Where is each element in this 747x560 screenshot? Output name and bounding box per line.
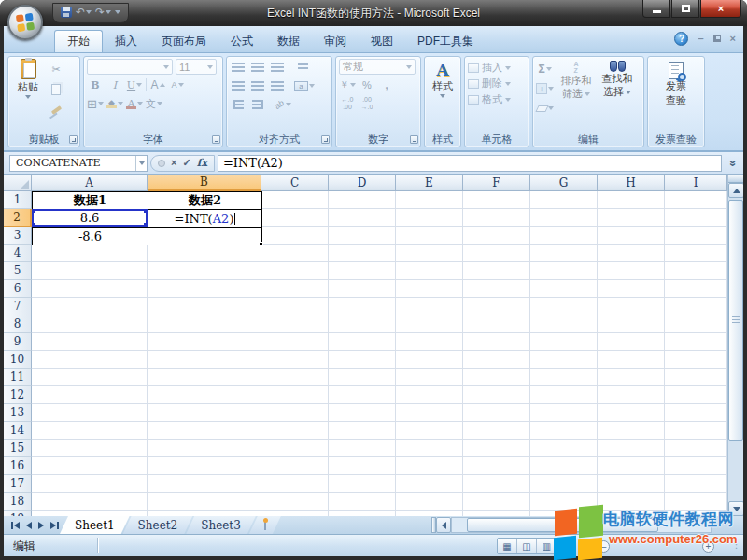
row-header-13[interactable]: 13	[4, 404, 32, 422]
grid-cell-H4[interactable]	[598, 245, 665, 262]
clear-button[interactable]	[536, 100, 554, 117]
wrap-text-button[interactable]	[294, 59, 311, 76]
grid-cell-C7[interactable]	[261, 298, 329, 315]
grid-cell-A16[interactable]	[32, 457, 148, 475]
column-header-H[interactable]: H	[598, 175, 665, 191]
grid-cell-F2[interactable]	[463, 209, 530, 227]
grid-cell-B16[interactable]	[148, 457, 261, 475]
grid-cell-C1[interactable]	[261, 191, 329, 209]
grid-cell-C6[interactable]	[261, 280, 329, 298]
grid-cell-H15[interactable]	[598, 440, 665, 457]
next-sheet-button[interactable]	[38, 522, 44, 529]
grid-cell-D6[interactable]	[329, 280, 396, 298]
grid-cell-B13[interactable]	[148, 404, 261, 422]
invoice-check-button[interactable]: 发票 查验	[651, 59, 701, 107]
row-header-16[interactable]: 16	[4, 457, 32, 475]
grid-cell-E17[interactable]	[396, 475, 463, 493]
font-size-combo[interactable]: 11	[176, 59, 217, 75]
resize-grip-icon[interactable]: ⋮	[731, 539, 741, 551]
insert-function-button[interactable]: fx	[197, 158, 207, 168]
grid-cell-E18[interactable]	[396, 493, 463, 511]
align-middle-button[interactable]	[249, 59, 266, 76]
row-header-5[interactable]: 5	[4, 262, 32, 280]
grid-cell-G13[interactable]	[530, 404, 598, 422]
undo-button[interactable]: ↶	[76, 7, 92, 18]
grid-cell-B9[interactable]	[148, 333, 261, 351]
grid-cell-D5[interactable]	[329, 262, 396, 280]
increase-indent-button[interactable]	[249, 96, 266, 113]
row-header-2[interactable]: 2	[4, 209, 32, 227]
tab-review[interactable]: 审阅	[312, 30, 359, 52]
sheet-tab-sheet3[interactable]: Sheet3	[186, 516, 256, 534]
grid-cell-E1[interactable]	[396, 191, 463, 209]
grid-cell-C11[interactable]	[261, 369, 329, 386]
grid-cell-B12[interactable]	[148, 386, 261, 404]
tab-data[interactable]: 数据	[265, 30, 312, 52]
grow-font-button[interactable]: A	[149, 77, 166, 93]
grid-cell-G9[interactable]	[530, 333, 598, 351]
grid-cell-H14[interactable]	[598, 422, 665, 440]
grid-cell-D8[interactable]	[329, 315, 396, 333]
grid-cell-D17[interactable]	[329, 475, 396, 493]
grid-cell-A13[interactable]	[32, 404, 148, 422]
grid-cell-C12[interactable]	[261, 386, 329, 404]
cell-styles-button[interactable]: A 样式	[428, 59, 458, 98]
align-bottom-button[interactable]	[269, 59, 286, 76]
grid-cell-G11[interactable]	[530, 369, 598, 386]
grid-cell-H2[interactable]	[598, 209, 665, 227]
alignment-dialog-launcher[interactable]	[321, 135, 330, 144]
sort-filter-button[interactable]: AZ 排序和 筛选	[557, 59, 595, 131]
copy-button[interactable]	[48, 81, 64, 98]
column-header-E[interactable]: E	[396, 175, 463, 191]
grid-cell-B17[interactable]	[148, 475, 261, 493]
grid-cell-F13[interactable]	[463, 404, 530, 422]
align-left-button[interactable]	[230, 77, 247, 94]
align-right-button[interactable]	[269, 77, 286, 94]
grid-cell-F10[interactable]	[463, 351, 530, 369]
grid-cell-G18[interactable]	[530, 493, 598, 511]
grid-cell-D2[interactable]	[329, 209, 396, 227]
grid-cell-H10[interactable]	[598, 351, 665, 369]
grid-cell-G5[interactable]	[530, 262, 598, 280]
grid-cell-I9[interactable]	[665, 333, 727, 351]
scroll-down-button[interactable]	[728, 501, 743, 516]
grid-cell-B15[interactable]	[148, 440, 261, 457]
grid-cell-E10[interactable]	[396, 351, 463, 369]
grid-cell-G10[interactable]	[530, 351, 598, 369]
grid-cell-A8[interactable]	[32, 315, 148, 333]
decrease-indent-button[interactable]	[230, 96, 247, 113]
column-header-C[interactable]: C	[261, 175, 329, 191]
decrease-decimal-button[interactable]: .00→.0	[359, 95, 375, 112]
grid-cell-C9[interactable]	[261, 333, 329, 351]
fill-handle[interactable]	[259, 242, 263, 246]
enter-entry-button[interactable]: ✓	[182, 158, 190, 168]
percent-style-button[interactable]: %	[359, 77, 375, 93]
grid-cell-I11[interactable]	[665, 369, 727, 386]
font-dialog-launcher[interactable]	[212, 135, 220, 144]
formula-input[interactable]: =INT(A2)	[218, 155, 722, 172]
grid-cell-D11[interactable]	[329, 369, 396, 386]
grid-cell-E3[interactable]	[396, 227, 463, 245]
grid-cell-C15[interactable]	[261, 440, 329, 457]
align-center-button[interactable]	[249, 77, 266, 94]
grid-cell-G6[interactable]	[530, 280, 598, 298]
restore-button[interactable]	[671, 0, 699, 18]
number-format-combo[interactable]: 常规	[339, 59, 416, 75]
row-header-4[interactable]: 4	[4, 245, 32, 262]
grid-cell-C4[interactable]	[261, 245, 329, 262]
grid-cell-C14[interactable]	[261, 422, 329, 440]
grid-cell-B10[interactable]	[148, 351, 261, 369]
grid-cell-H16[interactable]	[598, 457, 665, 475]
cell-B1[interactable]: 数据2	[148, 191, 262, 210]
merge-center-button[interactable]: a	[294, 77, 315, 94]
column-header-B[interactable]: B	[148, 175, 261, 191]
cell-A1[interactable]: 数据1	[32, 191, 148, 210]
vertical-split-handle[interactable]	[728, 175, 743, 183]
clipboard-dialog-launcher[interactable]	[69, 135, 78, 144]
column-header-A[interactable]: A	[32, 175, 148, 191]
page-break-view-button[interactable]: ▥	[537, 539, 557, 553]
grid-cell-D18[interactable]	[329, 493, 396, 511]
format-cells-button[interactable]: 格式	[482, 92, 502, 106]
grid-cell-E2[interactable]	[396, 209, 463, 227]
horizontal-scrollbar[interactable]	[431, 517, 712, 533]
